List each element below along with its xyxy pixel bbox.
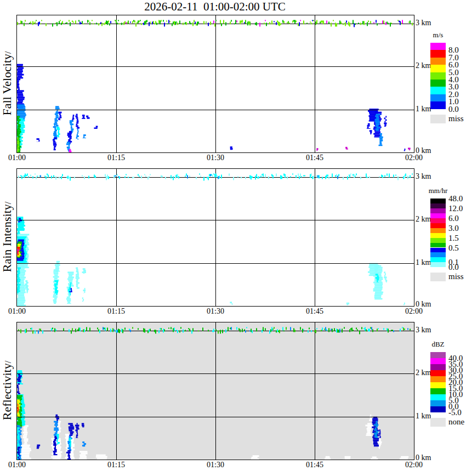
- colorbar-segment: [430, 87, 446, 94]
- colorbar-value-label: -5.0: [448, 408, 462, 417]
- colorbar-segment: [430, 400, 446, 406]
- colorbar-segment: [430, 352, 446, 358]
- x-tick-label: 01:45: [306, 307, 323, 316]
- height-tick-label: 2 km: [416, 215, 431, 224]
- colorbar-segment: [430, 72, 446, 80]
- x-tick-label: 01:00: [8, 307, 26, 316]
- x-tick-label: 01:45: [306, 154, 323, 162]
- colorbar-segment: [430, 203, 446, 208]
- colorbar-segment: [430, 248, 446, 253]
- height-tick-label: 0 km: [416, 146, 431, 155]
- colorbar-missing-label: miss: [448, 114, 464, 123]
- colorbar-missing-label: miss: [448, 272, 464, 281]
- colorbar-segment: [430, 199, 446, 203]
- colorbar-segment: [430, 65, 446, 72]
- y-axis-title-fall-velocity: Fall Velocity: [1, 15, 14, 152]
- chart-title: 2026-02-11 01:00-02:00 UTC: [16, 0, 413, 14]
- colorbar-value-label: 1.5: [448, 234, 459, 243]
- colorbar-segment: [430, 252, 446, 257]
- x-tick-label: 01:30: [207, 461, 224, 469]
- rain-intensity-heatmap: [16, 168, 414, 307]
- height-tick-label: 1 km: [416, 412, 431, 421]
- height-tick-label: 0 km: [416, 454, 431, 462]
- colorbar-value-label: 0.5: [448, 243, 459, 253]
- colorbar-segment: [430, 238, 446, 243]
- colorbar-segment: [430, 208, 446, 213]
- x-tick-label: 01:45: [306, 461, 323, 469]
- colorbar-missing-swatch: [430, 115, 446, 123]
- x-tick-label: 01:15: [107, 307, 125, 316]
- colorbar-segment: [430, 50, 446, 57]
- x-tick-label: 01:30: [207, 307, 224, 316]
- colorbar-segment: [430, 58, 446, 65]
- height-tick-label: 0 km: [416, 300, 431, 309]
- reflectivity-heatmap: [16, 322, 414, 460]
- colorbar-unit-label: mm/hr: [429, 186, 448, 195]
- fall-velocity-heatmap: [16, 15, 414, 153]
- colorbar-segment: [430, 223, 446, 228]
- height-tick-label: 3 km: [416, 326, 431, 335]
- x-tick-label: 01:15: [107, 154, 125, 162]
- colorbar-value-label: 12.0: [448, 204, 463, 213]
- colorbar-segment: [430, 101, 446, 109]
- colorbar-unit-label: m/s: [433, 31, 444, 39]
- colorbar-segment: [430, 94, 446, 101]
- colorbar-missing-swatch: [430, 418, 446, 427]
- colorbar-segment: [430, 213, 446, 218]
- colorbar-segment: [430, 43, 446, 50]
- colorbar-segment: [430, 370, 446, 376]
- colorbar-segment: [430, 358, 446, 364]
- colorbar-segment: [430, 80, 446, 87]
- colorbar-segment: [430, 406, 446, 412]
- colorbar-value-label: 3.0: [448, 224, 459, 233]
- height-tick-label: 3 km: [416, 19, 431, 27]
- colorbar-segment: [430, 233, 446, 238]
- colorbar-segment: [430, 218, 446, 223]
- y-axis-title-reflectivity: Reflectivity: [1, 322, 14, 459]
- colorbar-segment: [430, 388, 446, 394]
- colorbar-segment: [430, 257, 446, 262]
- colorbar-segment: [430, 376, 446, 382]
- height-tick-label: 2 km: [416, 61, 431, 70]
- colorbar-segment: [430, 228, 446, 233]
- colorbar-value-label: 0.0: [448, 263, 459, 272]
- colorbar-unit-label: dBZ: [431, 340, 444, 349]
- x-tick-label: 01:00: [8, 461, 26, 469]
- height-tick-label: 1 km: [416, 105, 431, 114]
- colorbar-missing-swatch: [430, 273, 446, 281]
- colorbar-segment: [430, 364, 446, 370]
- height-tick-label: 2 km: [416, 369, 431, 377]
- x-tick-label: 01:30: [207, 154, 224, 162]
- colorbar-segment: [430, 382, 446, 388]
- colorbar-value-label: 6.0: [448, 214, 459, 223]
- colorbar-value-label: 0.0: [448, 105, 459, 114]
- x-tick-label: 01:15: [107, 461, 125, 469]
- y-axis-title-rain-intensity: Rain Intensity: [1, 168, 14, 305]
- colorbar-segment: [430, 262, 446, 267]
- colorbar-segment: [430, 394, 446, 400]
- colorbar-segment: [430, 243, 446, 248]
- mrr-quicklook-chart: 2026-02-11 01:00-02:00 UTC Fall Velocity…: [0, 0, 466, 476]
- colorbar-value-label: 48.0: [448, 194, 463, 203]
- colorbar-missing-label: none: [448, 417, 464, 427]
- height-tick-label: 3 km: [416, 172, 431, 181]
- height-tick-label: 1 km: [416, 258, 431, 267]
- x-tick-label: 01:00: [8, 154, 26, 162]
